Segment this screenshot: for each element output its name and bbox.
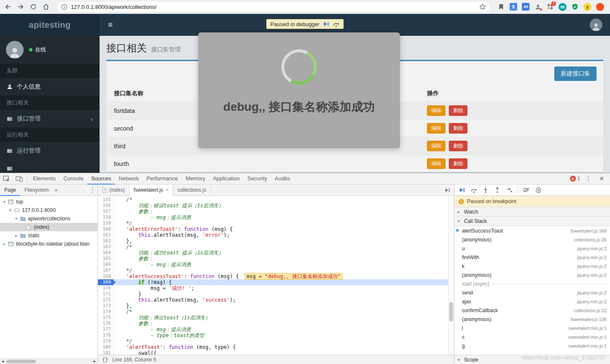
tab-sources[interactable]: Sources — [87, 173, 115, 185]
home-icon[interactable] — [42, 3, 50, 11]
navigator-tab-filesystem[interactable]: Filesystem — [20, 185, 53, 196]
call-stack-frame[interactable]: (anonymous)collections.js:35 — [454, 235, 610, 244]
tab-audits[interactable]: Audits — [271, 173, 294, 185]
tab-network[interactable]: Network — [115, 173, 143, 185]
gutter-line[interactable]: 178 — [98, 332, 113, 338]
translate-extension-icon[interactable]: 文 — [510, 3, 517, 11]
sidebar-item-5[interactable]: 运行管理 — [0, 142, 100, 160]
tree-item[interactable]: ▾apiwork/collections — [0, 214, 97, 223]
sidebar-item-6[interactable] — [0, 160, 100, 173]
devtools-menu-icon[interactable]: ⋮ — [583, 175, 593, 182]
step-over-icon[interactable] — [468, 185, 480, 196]
address-bar[interactable]: 127.0.0.1:8000/apiwork/collections/ — [57, 1, 491, 12]
error-counter[interactable]: ✕1 — [570, 176, 580, 182]
call-stack-frame[interactable]: lsweetalert.min.js:1 — [454, 324, 610, 332]
call-stack-frame[interactable]: ssweetalert.min.js:1 — [454, 332, 610, 341]
scroll-left-icon[interactable]: ◀ — [0, 359, 5, 364]
gutter-line[interactable]: 169 — [98, 279, 113, 285]
chevron-down-icon[interactable]: ▾ — [8, 208, 13, 212]
gutter-line[interactable]: 157 — [98, 209, 113, 214]
m-extension-icon[interactable]: m — [559, 3, 567, 11]
editor-scrollbar[interactable] — [448, 196, 454, 355]
gutter-line[interactable]: 172 — [98, 297, 113, 303]
tree-item[interactable]: (index) — [0, 223, 97, 231]
people-extension-icon[interactable] — [534, 3, 542, 11]
site-info-icon[interactable] — [61, 4, 67, 10]
panel-toggle-icon[interactable] — [441, 185, 454, 195]
gutter-line[interactable]: 174 — [98, 309, 113, 315]
call-stack-section-header[interactable]: ▾ Call Stack — [454, 217, 610, 226]
user-avatar[interactable] — [590, 19, 602, 31]
call-stack-frame[interactable]: alertSuccessToastfsweetalert.js:169 — [454, 226, 610, 235]
gutter-line[interactable]: 179 — [98, 338, 113, 344]
chevron-right-icon[interactable]: ▸ — [2, 242, 7, 246]
gutter-line[interactable]: 158 — [98, 214, 113, 220]
chevron-right-icon[interactable]: ▸ — [14, 233, 19, 238]
shield-extension-icon[interactable] — [571, 3, 579, 11]
delete-button[interactable]: 删除 — [449, 123, 467, 134]
call-stack-frame[interactable]: sendjquery.min.js:2 — [454, 288, 610, 297]
device-toolbar-icon[interactable] — [13, 173, 25, 185]
editor-tab[interactable]: fsweetalert.js× — [130, 185, 173, 195]
tree-item[interactable]: ▸blockbyte-bs-sidebar (about:blan — [0, 240, 97, 248]
edit-button[interactable]: 编辑 — [427, 158, 445, 169]
navigator-menu-icon[interactable]: ⋮ — [88, 186, 97, 194]
call-stack-frame[interactable]: ajaxjquery.min.js:2 — [454, 297, 610, 306]
gutter-line[interactable]: 155 — [98, 197, 113, 203]
editor-scrollbar-thumb[interactable] — [449, 302, 453, 321]
pretty-print-icon[interactable]: {} — [102, 357, 108, 363]
grid-extension-icon[interactable]: 7 — [546, 3, 554, 11]
tab-security[interactable]: Security — [243, 173, 271, 185]
step-into-icon[interactable] — [480, 185, 491, 196]
app-logo[interactable]: apitesting — [0, 14, 100, 36]
gutter-line[interactable]: 175 — [98, 315, 113, 321]
gutter-line[interactable]: 168 — [98, 273, 113, 279]
gutter-line[interactable]: 165 — [98, 256, 113, 262]
bookmark-star-icon[interactable] — [479, 3, 486, 10]
editor-tab[interactable]: collections.js — [173, 185, 211, 195]
deactivate-breakpoints-icon[interactable] — [521, 185, 532, 196]
call-stack-frame[interactable]: (anonymous)fsweetalert.js:136 — [454, 315, 610, 324]
more-tabs-icon[interactable]: » — [53, 187, 59, 193]
call-stack-frame[interactable]: (anonymous)jquery.min.js:2 — [454, 270, 610, 279]
url-text[interactable]: 127.0.0.1:8000/apiwork/collections/ — [71, 4, 476, 10]
pause-on-exceptions-icon[interactable] — [532, 185, 544, 196]
profile-avatar[interactable]: y — [583, 3, 591, 11]
chevron-down-icon[interactable]: ▾ — [14, 217, 19, 221]
edit-button[interactable]: 编辑 — [427, 123, 445, 134]
code-content[interactable]: /* 功能：错误toast 提示（1s后消失） 参数： - msg：提示消息 *… — [114, 196, 448, 355]
tree-item[interactable]: ▾top — [0, 198, 97, 206]
call-stack-frame[interactable]: fireWithjquery.min.js:2 — [454, 253, 610, 262]
navigator-tab-page[interactable]: Page — [0, 185, 20, 196]
call-stack-frame[interactable]: gsweetalert.min.js:1 — [454, 341, 610, 350]
new-collection-button[interactable]: 新建接口集 — [554, 67, 597, 81]
gutter-line[interactable]: 162 — [98, 238, 113, 244]
watch-section-header[interactable]: ▸ Watch — [454, 207, 610, 217]
tab-memory[interactable]: Memory — [182, 173, 209, 185]
scope-section-header[interactable]: ▾ Scope — [454, 355, 610, 364]
horizontal-scrollbar[interactable]: ◀ ▶ — [0, 359, 97, 364]
tab-application[interactable]: Application — [209, 173, 244, 185]
sidebar-item-1[interactable]: 个人信息 — [0, 78, 100, 96]
gutter-line[interactable]: 163 — [98, 244, 113, 250]
gutter-line[interactable]: 160 — [98, 226, 113, 232]
gutter-line[interactable]: 159 — [98, 220, 113, 226]
sidebar-item-3[interactable]: 接口管理‹ — [0, 110, 100, 128]
gutter-line[interactable]: 181 — [98, 350, 113, 356]
sidebar-toggle-icon[interactable]: ≡ — [105, 14, 115, 36]
step-out-icon[interactable] — [491, 185, 503, 196]
gutter-line[interactable]: 156 — [98, 203, 113, 209]
step-icon[interactable] — [503, 185, 515, 196]
gutter-line[interactable]: 164 — [98, 250, 113, 256]
chevron-down-icon[interactable]: ▾ — [2, 200, 7, 204]
code-editor[interactable]: 1551561571581591601611621631641651661671… — [98, 196, 454, 355]
delete-button[interactable]: 删除 — [449, 105, 467, 116]
gutter-line[interactable]: 166 — [98, 262, 113, 268]
tree-item[interactable]: ▾127.0.0.1:8000 — [0, 206, 97, 214]
editor-tab[interactable]: (index) — [98, 185, 130, 195]
edit-button[interactable]: 编辑 — [427, 141, 445, 151]
forward-icon[interactable] — [17, 3, 24, 11]
back-icon[interactable] — [4, 3, 12, 11]
call-stack-frame[interactable]: kjquery.min.js:2 — [454, 262, 610, 270]
devtools-close-icon[interactable]: ✕ — [597, 175, 607, 182]
